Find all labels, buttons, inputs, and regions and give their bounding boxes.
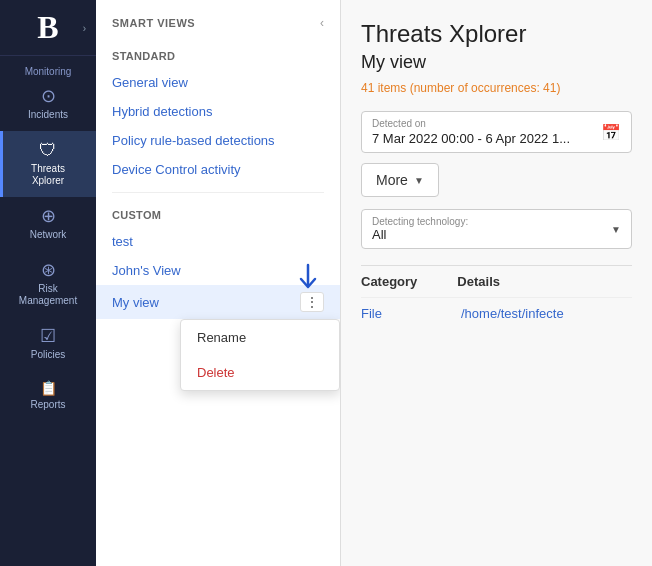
- sidebar-item-risk-management[interactable]: ⊛ RiskManagement: [0, 251, 96, 317]
- calendar-icon: 📅: [601, 123, 621, 142]
- network-label: Network: [30, 229, 67, 241]
- active-indicator: [0, 131, 3, 197]
- view-item-test[interactable]: test: [96, 227, 340, 256]
- detecting-technology-label: Detecting technology:: [372, 216, 611, 227]
- select-arrow-icon: ▼: [611, 224, 621, 235]
- risk-management-label: RiskManagement: [19, 283, 77, 307]
- detected-on-label: Detected on: [372, 118, 570, 129]
- rename-menu-item[interactable]: Rename: [181, 320, 339, 355]
- logo-arrow-icon[interactable]: ›: [83, 22, 86, 33]
- more-label: More: [376, 172, 408, 188]
- view-item-device-control[interactable]: Device Control activity: [96, 155, 340, 184]
- blue-arrow-indicator: [296, 263, 320, 291]
- logo-b: B: [37, 9, 58, 46]
- reports-icon: 📋: [40, 381, 57, 395]
- sidebar-item-policies[interactable]: ☑ Policies: [0, 317, 96, 371]
- delete-menu-item[interactable]: Delete: [181, 355, 339, 390]
- view-item-myview[interactable]: My view ⋮ Rename Delete: [96, 285, 340, 319]
- incidents-icon: ⊙: [41, 87, 56, 105]
- detected-on-value: 7 Mar 2022 00:00 - 6 Apr 2022 1...: [372, 131, 570, 146]
- collapse-arrow-icon[interactable]: ‹: [320, 16, 324, 30]
- sidebar-item-incidents[interactable]: ⊙ Incidents: [0, 77, 96, 131]
- smart-views-header: SMART VIEWS ‹: [96, 0, 340, 42]
- smart-views-panel: SMART VIEWS ‹ STANDARD General view Hybr…: [96, 0, 341, 566]
- detect-inner: Detecting technology: All: [372, 216, 611, 242]
- dots-menu-button[interactable]: ⋮: [300, 292, 324, 312]
- policies-label: Policies: [31, 349, 65, 361]
- reports-label: Reports: [30, 399, 65, 411]
- my-view-label: My view: [112, 295, 159, 310]
- custom-section-label: CUSTOM: [96, 201, 340, 227]
- sidebar-item-reports[interactable]: 📋 Reports: [0, 371, 96, 421]
- page-title: Threats Xplorer: [361, 20, 632, 48]
- detected-on-field[interactable]: Detected on 7 Mar 2022 00:00 - 6 Apr 202…: [361, 111, 632, 153]
- smart-views-title: SMART VIEWS: [112, 17, 195, 29]
- items-count: 41 items (number of occurrences: 41): [361, 81, 632, 95]
- view-subtitle: My view: [361, 52, 632, 73]
- more-button[interactable]: More ▼: [361, 163, 439, 197]
- monitoring-label: Monitoring: [25, 62, 72, 77]
- td-details: /home/test/infecte: [461, 306, 564, 321]
- td-category[interactable]: File: [361, 306, 421, 321]
- threats-xplorer-label: ThreatsXplorer: [31, 163, 65, 187]
- sidebar-logo: B ›: [0, 0, 96, 56]
- view-item-general[interactable]: General view: [96, 68, 340, 97]
- detecting-technology-field[interactable]: Detecting technology: All ▼: [361, 209, 632, 249]
- context-menu: Rename Delete: [180, 319, 340, 391]
- risk-management-icon: ⊛: [41, 261, 56, 279]
- more-chevron-icon: ▼: [414, 175, 424, 186]
- incidents-label: Incidents: [28, 109, 68, 121]
- threats-xplorer-icon: 🛡: [39, 141, 57, 159]
- sidebar-item-network[interactable]: ⊕ Network: [0, 197, 96, 251]
- col-header-category: Category: [361, 274, 417, 289]
- table-header: Category Details: [361, 265, 632, 297]
- policies-icon: ☑: [40, 327, 56, 345]
- sidebar-dark: B › Monitoring ⊙ Incidents 🛡 ThreatsXplo…: [0, 0, 96, 566]
- view-item-policy[interactable]: Policy rule-based detections: [96, 126, 340, 155]
- sidebar-item-threats-xplorer[interactable]: 🛡 ThreatsXplorer: [0, 131, 96, 197]
- standard-section-label: STANDARD: [96, 42, 340, 68]
- section-divider: [112, 192, 324, 193]
- table-row: File /home/test/infecte: [361, 297, 632, 329]
- network-icon: ⊕: [41, 207, 56, 225]
- view-item-hybrid[interactable]: Hybrid detections: [96, 97, 340, 126]
- main-content: Threats Xplorer My view 41 items (number…: [341, 0, 652, 566]
- detecting-technology-value: All: [372, 227, 386, 242]
- detected-on-inner: Detected on 7 Mar 2022 00:00 - 6 Apr 202…: [372, 118, 570, 146]
- col-header-details: Details: [457, 274, 500, 289]
